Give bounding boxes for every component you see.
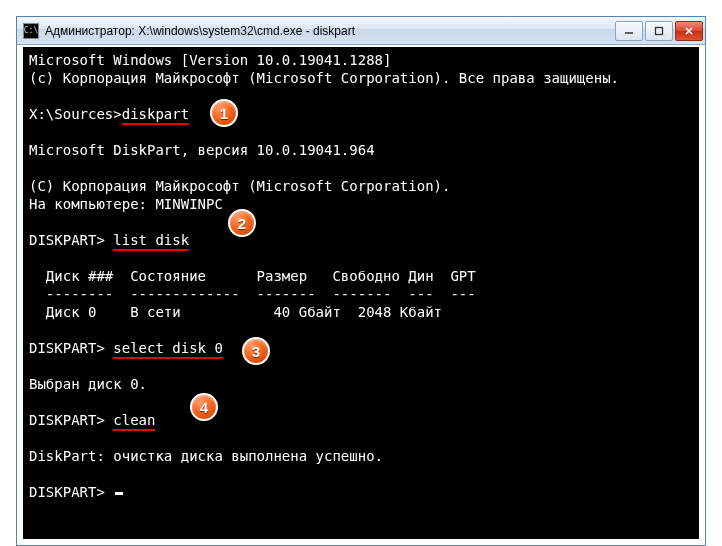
annotation-badge-4: 4 [190,393,218,421]
titlebar[interactable]: C:\ Администратор: X:\windows\system32\c… [17,17,705,45]
text: Microsoft DiskPart, версия 10.0.19041.96… [29,142,375,158]
text: Выбран диск 0. [29,376,147,392]
annotation-badge-1: 1 [210,99,238,127]
prompt: X:\Sources> [29,106,122,122]
text: DiskPart: очистка диска выполнена успешн… [29,448,383,464]
cursor-icon [115,492,123,495]
window-title: Администратор: X:\windows\system32\cmd.e… [45,24,613,38]
prompt: DISKPART> [29,340,113,356]
cmd-window: C:\ Администратор: X:\windows\system32\c… [16,16,706,546]
prompt: DISKPART> [29,484,113,500]
table-row: Диск 0 В сети 40 Gбайт 2048 Кбайт [29,304,442,320]
cmd-icon: C:\ [23,23,39,39]
minimize-button[interactable] [615,21,643,41]
command-diskpart: diskpart [122,106,189,125]
console-output[interactable]: Microsoft Windows [Version 10.0.19041.12… [23,47,699,539]
maximize-button[interactable] [645,21,673,41]
annotation-badge-3: 3 [242,337,270,365]
text: (c) Корпорация Майкрософт (Microsoft Cor… [29,70,619,86]
text: Microsoft Windows [Version 10.0.19041.12… [29,52,391,68]
command-list-disk: list disk [113,232,189,251]
table-header: Диск ### Состояние Размер Свободно Дин G… [29,268,476,284]
close-button[interactable] [675,21,703,41]
table-divider: -------- ------------- ------- ------- -… [29,286,476,302]
command-select-disk: select disk 0 [113,340,223,359]
svg-rect-1 [656,27,663,34]
text: (C) Корпорация Майкрософт (Microsoft Cor… [29,178,450,194]
annotation-badge-2: 2 [228,209,256,237]
window-controls [613,21,703,41]
command-clean: clean [113,412,155,431]
prompt: DISKPART> [29,412,113,428]
text: На компьютере: MINWINPC [29,196,223,212]
prompt: DISKPART> [29,232,113,248]
